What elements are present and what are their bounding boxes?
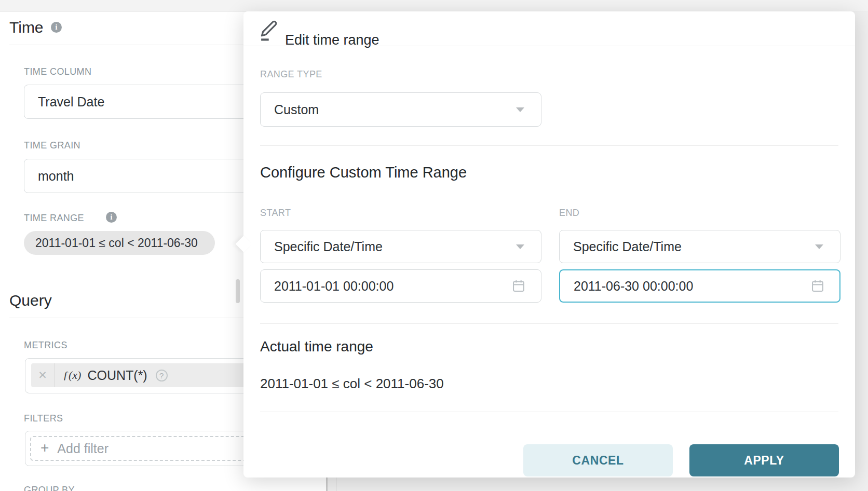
time-range-pill[interactable]: 2011-01-01 ≤ col < 2011-06-30 — [24, 231, 215, 255]
filters-label: FILTERS — [24, 413, 63, 424]
remove-metric-icon[interactable]: ✕ — [31, 369, 54, 381]
cancel-button[interactable]: CANCEL — [523, 444, 673, 476]
end-label: END — [559, 208, 579, 219]
start-mode-select[interactable]: Specific Date/Time — [260, 230, 541, 263]
chip-separator — [54, 363, 55, 387]
time-section-title: Time — [9, 19, 44, 36]
time-column-value: Travel Date — [38, 94, 104, 110]
chevron-down-icon — [516, 244, 524, 249]
divider — [243, 46, 855, 46]
time-range-label: TIME RANGE — [24, 213, 84, 224]
info-icon[interactable]: i — [106, 212, 117, 223]
divider — [260, 323, 838, 324]
query-section-title: Query — [9, 292, 52, 309]
calendar-icon[interactable] — [810, 279, 825, 293]
start-mode-value: Specific Date/Time — [274, 239, 383, 254]
edit-time-range-modal: Edit time range RANGE TYPE Custom Config… — [243, 11, 855, 478]
end-mode-value: Specific Date/Time — [573, 239, 682, 254]
actual-range-value: 2011-01-01 ≤ col < 2011-06-30 — [260, 376, 444, 392]
info-icon[interactable]: i — [51, 22, 62, 33]
chevron-down-icon — [516, 107, 524, 112]
question-icon[interactable]: ? — [156, 370, 168, 381]
configure-heading: Configure Custom Time Range — [260, 164, 467, 181]
edit-pencil-icon — [259, 19, 279, 43]
time-range-pill-value: 2011-01-01 ≤ col < 2011-06-30 — [35, 236, 198, 250]
start-datetime-input[interactable] — [260, 269, 541, 303]
metric-name: COUNT(*) — [87, 368, 147, 383]
group-by-label: GROUP BY — [24, 485, 75, 491]
time-grain-value: month — [38, 169, 74, 184]
metrics-label: METRICS — [24, 340, 67, 351]
actual-range-heading: Actual time range — [260, 338, 373, 355]
add-filter-label: Add filter — [57, 441, 108, 456]
range-type-value: Custom — [274, 102, 319, 117]
divider — [260, 145, 838, 146]
time-grain-label: TIME GRAIN — [24, 140, 80, 151]
end-datetime-input[interactable] — [559, 269, 840, 303]
plus-icon: + — [40, 441, 49, 455]
start-label: START — [260, 208, 291, 219]
edit-time-range-screen: { "panel": { "time_section_title": "Time… — [0, 0, 868, 491]
calendar-icon[interactable] — [511, 279, 526, 293]
chevron-down-icon — [815, 244, 823, 249]
divider — [260, 412, 838, 412]
range-type-label: RANGE TYPE — [260, 69, 322, 80]
end-mode-select[interactable]: Specific Date/Time — [559, 230, 840, 263]
apply-button[interactable]: APPLY — [689, 444, 839, 476]
time-column-label: TIME COLUMN — [24, 66, 91, 77]
function-icon: ƒ(x) — [63, 369, 81, 382]
range-type-select[interactable]: Custom — [260, 92, 541, 127]
